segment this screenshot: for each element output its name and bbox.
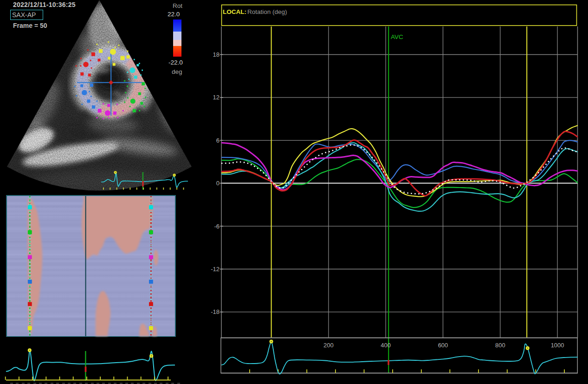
svg-text:LOCAL:: LOCAL: xyxy=(223,8,246,15)
svg-text:1000: 1000 xyxy=(551,342,564,349)
svg-text:800: 800 xyxy=(495,342,505,349)
svg-text:600: 600 xyxy=(438,342,448,349)
svg-text:-6: -6 xyxy=(214,223,220,230)
svg-text:12: 12 xyxy=(213,94,220,101)
svg-text:0: 0 xyxy=(216,180,220,187)
svg-text:18: 18 xyxy=(213,51,220,58)
svg-text:-12: -12 xyxy=(211,266,220,273)
svg-text:Rotation (deg): Rotation (deg) xyxy=(247,8,287,15)
svg-text:400: 400 xyxy=(381,342,391,349)
svg-text:AVC: AVC xyxy=(391,33,403,40)
svg-text:-18: -18 xyxy=(211,308,220,315)
svg-text:6: 6 xyxy=(216,137,220,144)
svg-text:200: 200 xyxy=(323,342,334,349)
